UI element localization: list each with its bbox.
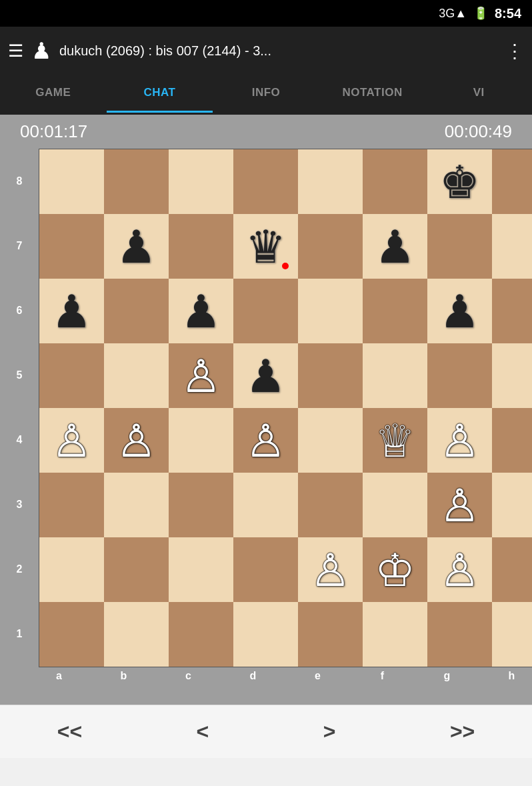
col-label-a: a bbox=[27, 667, 91, 685]
cell-g2[interactable]: ♙ bbox=[427, 537, 492, 602]
cell-e7[interactable] bbox=[298, 214, 363, 279]
cell-b2[interactable] bbox=[104, 537, 169, 602]
cell-c5[interactable]: ♙ bbox=[169, 343, 233, 408]
cell-h2[interactable] bbox=[492, 537, 532, 602]
black-pawn-d5: ♟ bbox=[245, 353, 286, 399]
cell-f3[interactable] bbox=[363, 473, 427, 537]
cell-b1[interactable] bbox=[104, 602, 169, 667]
col-label-b: b bbox=[91, 667, 156, 685]
black-pawn-f7: ♟ bbox=[375, 224, 415, 269]
cell-f2[interactable]: ♔ bbox=[363, 537, 427, 602]
cell-c6[interactable]: ♟ bbox=[169, 279, 233, 343]
fast-forward-button[interactable]: >> bbox=[437, 713, 488, 751]
white-pawn-c5: ♙ bbox=[181, 353, 221, 399]
cell-e1[interactable] bbox=[298, 602, 363, 667]
cell-f8[interactable] bbox=[363, 149, 427, 214]
cell-f1[interactable] bbox=[363, 602, 427, 667]
white-pawn-d4: ♙ bbox=[245, 418, 286, 463]
back-button[interactable]: < bbox=[183, 713, 223, 751]
cell-e8[interactable] bbox=[298, 149, 363, 214]
cell-b3[interactable] bbox=[104, 473, 169, 537]
row-label-4: 4 bbox=[13, 407, 25, 472]
white-pawn-g2: ♙ bbox=[439, 547, 480, 593]
cell-h6[interactable] bbox=[492, 279, 532, 343]
white-pawn-g4: ♙ bbox=[439, 418, 480, 463]
cell-h4[interactable] bbox=[492, 408, 532, 473]
cell-f7[interactable]: ♟ bbox=[363, 214, 427, 279]
cell-d7[interactable]: ♛ bbox=[233, 214, 298, 279]
cell-c8[interactable] bbox=[169, 149, 233, 214]
tab-vi[interactable]: VI bbox=[425, 75, 532, 113]
cell-g3[interactable]: ♙ bbox=[427, 473, 492, 537]
cell-b8[interactable] bbox=[104, 149, 169, 214]
cell-a8[interactable] bbox=[39, 149, 104, 214]
cell-h1[interactable] bbox=[492, 602, 532, 667]
cell-c7[interactable] bbox=[169, 214, 233, 279]
cell-d3[interactable] bbox=[233, 473, 298, 537]
col-label-f: f bbox=[350, 667, 415, 685]
more-options-icon[interactable]: ⋮ bbox=[505, 40, 524, 62]
cell-g8[interactable]: ♚ bbox=[427, 149, 492, 214]
col-label-g: g bbox=[415, 667, 479, 685]
cell-d8[interactable] bbox=[233, 149, 298, 214]
cell-a1[interactable] bbox=[39, 602, 104, 667]
cell-b7[interactable]: ♟ bbox=[104, 214, 169, 279]
menu-icon[interactable]: ☰ bbox=[8, 41, 23, 61]
cell-c4[interactable] bbox=[169, 408, 233, 473]
col-label-c: c bbox=[156, 667, 221, 685]
cell-h3[interactable] bbox=[492, 473, 532, 537]
move-dot bbox=[282, 263, 289, 269]
cell-e2[interactable]: ♙ bbox=[298, 537, 363, 602]
col-label-d: d bbox=[221, 667, 285, 685]
cell-g7[interactable] bbox=[427, 214, 492, 279]
rewind-button[interactable]: << bbox=[44, 713, 95, 751]
white-pawn-e2: ♙ bbox=[310, 547, 351, 593]
tab-info[interactable]: INFO bbox=[213, 75, 319, 113]
cell-c3[interactable] bbox=[169, 473, 233, 537]
cell-a2[interactable] bbox=[39, 537, 104, 602]
cell-a3[interactable] bbox=[39, 473, 104, 537]
cell-a6[interactable]: ♟ bbox=[39, 279, 104, 343]
row-label-3: 3 bbox=[13, 472, 25, 537]
cell-g5[interactable] bbox=[427, 343, 492, 408]
col-labels: a b c d e f g h bbox=[27, 667, 532, 685]
row-label-5: 5 bbox=[13, 343, 25, 407]
white-queen: ♕ bbox=[375, 418, 415, 463]
cell-h8[interactable] bbox=[492, 149, 532, 214]
cell-d6[interactable] bbox=[233, 279, 298, 343]
tab-notation[interactable]: NOTATION bbox=[319, 75, 426, 113]
cell-a7[interactable] bbox=[39, 214, 104, 279]
timer-right: 00:00:49 bbox=[445, 121, 512, 142]
cell-d5[interactable]: ♟ bbox=[233, 343, 298, 408]
cell-a4[interactable]: ♙ bbox=[39, 408, 104, 473]
cell-h5[interactable] bbox=[492, 343, 532, 408]
tab-game[interactable]: GAME bbox=[0, 75, 107, 113]
cell-g6[interactable]: ♟ bbox=[427, 279, 492, 343]
cell-b6[interactable] bbox=[104, 279, 169, 343]
cell-h7[interactable] bbox=[492, 214, 532, 279]
cell-f5[interactable] bbox=[363, 343, 427, 408]
cell-d2[interactable] bbox=[233, 537, 298, 602]
cell-f4[interactable]: ♕ bbox=[363, 408, 427, 473]
white-pawn-g3: ♙ bbox=[439, 483, 480, 528]
cell-e4[interactable] bbox=[298, 408, 363, 473]
cell-b4[interactable]: ♙ bbox=[104, 408, 169, 473]
cell-a5[interactable] bbox=[39, 343, 104, 408]
cell-d1[interactable] bbox=[233, 602, 298, 667]
cell-c2[interactable] bbox=[169, 537, 233, 602]
cell-c1[interactable] bbox=[169, 602, 233, 667]
tabs-bar: GAME CHAT INFO NOTATION VI bbox=[0, 75, 532, 115]
chess-board: ♚ ♟ ♛ ♟ ♟ ♟ ♟ bbox=[39, 149, 532, 667]
cell-g1[interactable] bbox=[427, 602, 492, 667]
cell-e5[interactable] bbox=[298, 343, 363, 408]
cell-d4[interactable]: ♙ bbox=[233, 408, 298, 473]
tab-chat[interactable]: CHAT bbox=[107, 75, 213, 113]
forward-button[interactable]: > bbox=[310, 713, 349, 751]
cell-b5[interactable] bbox=[104, 343, 169, 408]
cell-e6[interactable] bbox=[298, 279, 363, 343]
white-pawn-a4: ♙ bbox=[51, 418, 92, 463]
white-pawn-b4: ♙ bbox=[116, 418, 157, 463]
cell-f6[interactable] bbox=[363, 279, 427, 343]
cell-e3[interactable] bbox=[298, 473, 363, 537]
cell-g4[interactable]: ♙ bbox=[427, 408, 492, 473]
